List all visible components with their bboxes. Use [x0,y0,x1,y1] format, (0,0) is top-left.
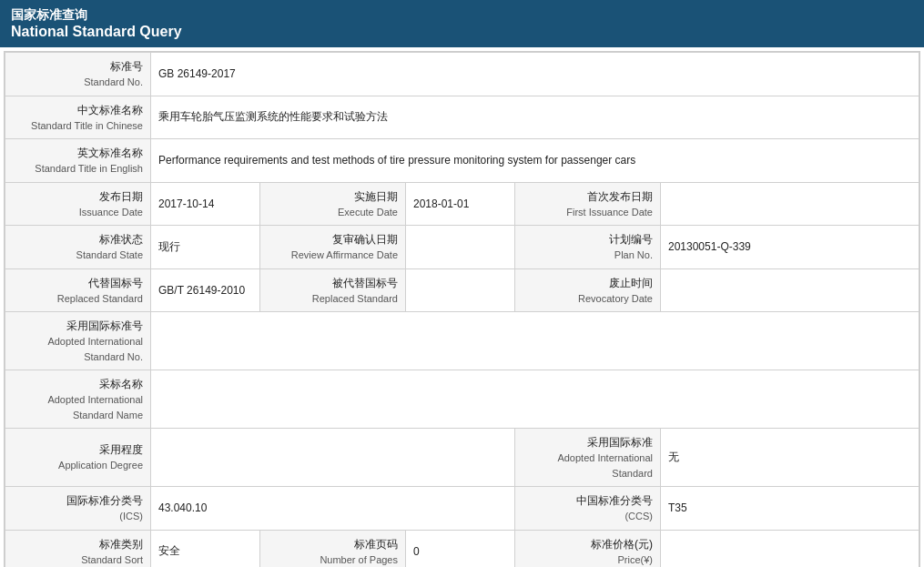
table-row: 标准类别 Standard Sort 安全 标准页码 Number of Pag… [5,530,919,567]
adopted-intl-name-label: 采标名称 Adopted International Standard Name [5,370,151,429]
data-table: 标准号 Standard No. GB 26149-2017 中文标准名称 St… [5,52,919,567]
title-en-label: 英文标准名称 Standard Title in English [5,139,151,183]
adopted-intl-std-value: 无 [661,429,919,487]
table-row: 发布日期 Issuance Date 2017-10-14 实施日期 Execu… [5,182,919,226]
application-degree-label: 采用程度 Application Degree [5,429,151,487]
adopted-intl-std-label: 采用国际标准 Adopted International Standard [515,429,661,487]
plan-no-value: 20130051-Q-339 [661,226,919,269]
num-pages-value: 0 [406,530,515,567]
being-replaced-value [406,268,515,312]
issuance-date-label: 发布日期 Issuance Date [5,182,151,226]
header-title-en: National Standard Query [11,24,913,40]
review-date-label: 复审确认日期 Review Affirmance Date [260,226,406,269]
application-degree-value [151,429,515,487]
table-row: 代替国标号 Replaced Standard GB/T 26149-2010 … [5,268,919,312]
adopted-intl-no-value [151,312,919,370]
standard-state-label: 标准状态 Standard State [5,226,151,269]
table-row: 中文标准名称 Standard Title in Chinese 乘用车轮胎气压… [5,96,919,139]
being-replaced-label: 被代替国标号 Replaced Standard [260,268,406,312]
num-pages-label: 标准页码 Number of Pages [260,530,406,567]
table-row: 标准状态 Standard State 现行 复审确认日期 Review Aff… [5,226,919,269]
standard-no-label: 标准号 Standard No. [5,53,151,96]
table-row: 采用国际标准号 Adopted International Standard N… [5,312,919,370]
issuance-date-value: 2017-10-14 [151,182,260,226]
table-row: 采用程度 Application Degree 采用国际标准 Adopted I… [5,429,919,487]
first-issuance-value [661,182,919,226]
table-row: 标准号 Standard No. GB 26149-2017 [5,53,919,96]
table-row: 国际标准分类号 (ICS) 43.040.10 中国标准分类号 (CCS) T3… [5,487,919,531]
content-area: 标准号 Standard No. GB 26149-2017 中文标准名称 St… [4,51,920,567]
price-label: 标准价格(元) Price(¥) [515,530,661,567]
table-row: 英文标准名称 Standard Title in English Perform… [5,139,919,183]
table-row: 采标名称 Adopted International Standard Name [5,370,919,429]
standard-sort-value: 安全 [151,530,260,567]
standard-sort-label: 标准类别 Standard Sort [5,530,151,567]
execute-date-value: 2018-01-01 [406,182,515,226]
adopted-intl-no-label: 采用国际标准号 Adopted International Standard N… [5,312,151,370]
ics-label: 国际标准分类号 (ICS) [5,487,151,531]
title-en-value: Performance requirements and test method… [151,139,919,183]
page-header: 国家标准查询 National Standard Query [0,0,924,47]
adopted-intl-name-value [151,370,919,429]
header-title-cn: 国家标准查询 [11,7,913,24]
standard-state-value: 现行 [151,226,260,269]
ics-value: 43.040.10 [151,487,515,531]
first-issuance-label: 首次发布日期 First Issuance Date [515,182,661,226]
execute-date-label: 实施日期 Execute Date [260,182,406,226]
plan-no-label: 计划编号 Plan No. [515,226,661,269]
ccs-label: 中国标准分类号 (CCS) [515,487,661,531]
page-container: 国家标准查询 National Standard Query 标准号 Stand… [0,0,924,567]
title-cn-label: 中文标准名称 Standard Title in Chinese [5,96,151,139]
title-cn-value: 乘用车轮胎气压监测系统的性能要求和试验方法 [151,96,919,139]
replaced-std-value: GB/T 26149-2010 [151,268,260,312]
revocatory-label: 废止时间 Revocatory Date [515,268,661,312]
ccs-value: T35 [661,487,919,531]
standard-no-value: GB 26149-2017 [151,53,919,96]
price-value [661,530,919,567]
review-date-value [406,226,515,269]
revocatory-value [661,268,919,312]
replaced-std-label: 代替国标号 Replaced Standard [5,268,151,312]
